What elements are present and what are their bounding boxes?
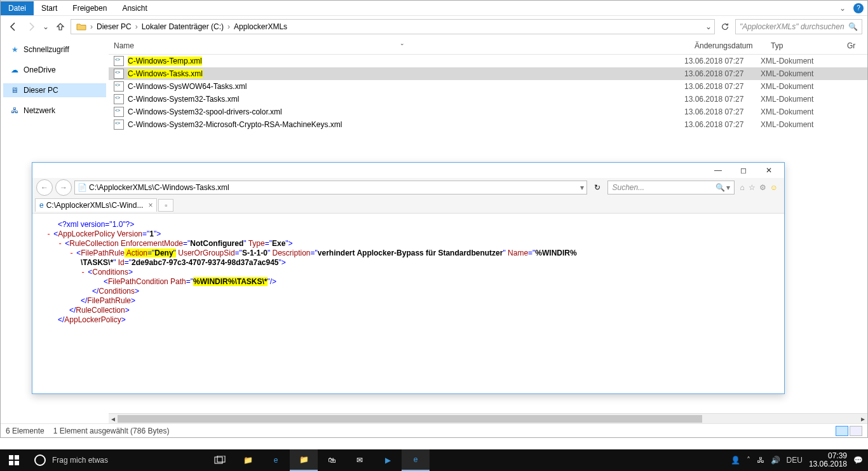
forward-button <box>24 19 39 34</box>
file-row[interactable]: C-Windows-System32-Tasks.xml13.06.2018 0… <box>109 93 867 106</box>
collapse-icon[interactable]: - <box>58 239 62 248</box>
view-icons-icon[interactable] <box>850 426 862 436</box>
breadcrumb[interactable]: Dieser PC <box>94 22 134 31</box>
tab-close-icon[interactable]: × <box>148 201 153 210</box>
ie-address-text: C:\ApplockerXMLs\C-Windows-Tasks.xml <box>89 183 229 192</box>
file-type: XML-Dokument <box>761 82 837 91</box>
tray-expand-icon[interactable]: ˄ <box>747 456 750 465</box>
tab-file[interactable]: Datei <box>1 1 34 15</box>
view-toggle[interactable] <box>836 426 862 436</box>
file-type: XML-Dokument <box>761 107 837 116</box>
people-icon[interactable]: 👤 <box>731 456 740 465</box>
volume-icon[interactable]: 🔊 <box>771 456 780 465</box>
collapse-icon[interactable]: - <box>69 249 74 257</box>
recent-dropdown[interactable]: ⌄ <box>41 19 50 34</box>
taskbar-app-explorer-open[interactable]: 📁 <box>290 449 318 471</box>
sidebar-label: OneDrive <box>24 65 56 74</box>
cortana-icon <box>34 454 46 466</box>
ie-back-button[interactable]: ← <box>36 179 53 196</box>
search-input[interactable]: "ApplockerXMLs" durchsuchen 🔍 <box>735 19 862 34</box>
status-bar: 6 Elemente 1 Element ausgewählt (786 Byt… <box>1 423 867 437</box>
file-name: C-Windows-System32-Tasks.xml <box>128 95 684 104</box>
sidebar-label: Netzwerk <box>24 106 55 115</box>
svg-rect-1 <box>15 455 19 460</box>
taskbar-search[interactable]: Frag mich etwas <box>28 449 206 471</box>
ie-tab[interactable]: e C:\ApplockerXMLs\C-Wind... × <box>35 198 157 212</box>
file-date: 13.06.2018 07:27 <box>684 69 761 78</box>
favorites-icon[interactable]: ☆ <box>749 183 756 192</box>
addr-dropdown-icon[interactable]: ▾ <box>580 183 584 192</box>
page-icon: 📄 <box>78 183 86 192</box>
taskbar-search-placeholder: Frag mich etwas <box>52 456 108 465</box>
taskbar-app-explorer[interactable]: 📁 <box>234 449 262 471</box>
collapse-icon[interactable]: - <box>81 268 85 276</box>
file-row[interactable]: C-Windows-System32-Microsoft-Crypto-RSA-… <box>109 118 867 131</box>
collapse-icon[interactable]: - <box>46 229 51 238</box>
back-button[interactable] <box>6 19 21 34</box>
sidebar-item-quickaccess[interactable]: ★ Schnellzugriff <box>3 43 106 57</box>
status-selection: 1 Element ausgewählt (786 Bytes) <box>53 427 170 435</box>
ie-newtab-button[interactable]: ▫ <box>158 199 173 212</box>
scroll-thumb[interactable] <box>118 415 702 423</box>
taskbar-clock[interactable]: 07:39 13.06.2018 <box>809 452 847 468</box>
refresh-button[interactable] <box>717 19 733 34</box>
tab-start[interactable]: Start <box>34 1 65 15</box>
taskbar-app-powershell[interactable]: ▶ <box>374 449 402 471</box>
up-button[interactable] <box>53 19 68 34</box>
horizontal-scrollbar[interactable]: ◂ ▸ <box>109 413 867 423</box>
file-type: XML-Dokument <box>761 69 837 78</box>
scroll-left-icon[interactable]: ◂ <box>109 414 118 424</box>
ie-search-placeholder: Suchen... <box>612 183 644 192</box>
start-button[interactable] <box>0 449 28 471</box>
address-bar[interactable]: › Dieser PC › Lokaler Datenträger (C:) ›… <box>71 19 715 34</box>
view-details-icon[interactable] <box>836 426 848 436</box>
xml-content: <?xml version="1.0"?> -<AppLockerPolicy … <box>32 214 784 393</box>
breadcrumb[interactable]: ApplockerXMLs <box>231 22 290 31</box>
file-row[interactable]: C-Windows-Tasks.xml13.06.2018 07:27XML-D… <box>109 67 867 80</box>
tab-view[interactable]: Ansicht <box>114 1 154 15</box>
addr-dropdown-icon[interactable]: ⌄ <box>705 22 712 31</box>
taskbar-app-store[interactable]: 🛍 <box>318 449 346 471</box>
taskbar-app-ie[interactable]: e <box>402 449 430 471</box>
nav-bar: ⌄ › Dieser PC › Lokaler Datenträger (C:)… <box>1 16 867 38</box>
close-button[interactable]: ✕ <box>756 163 782 177</box>
home-icon[interactable]: ⌂ <box>740 183 744 192</box>
taskview-button[interactable] <box>206 449 234 471</box>
ie-forward-button[interactable]: → <box>55 179 72 196</box>
maximize-button[interactable]: ◻ <box>731 163 756 177</box>
tools-icon[interactable]: ⚙ <box>759 183 766 192</box>
clock-date: 13.06.2018 <box>809 460 847 468</box>
tab-share[interactable]: Freigeben <box>65 1 114 15</box>
file-type: XML-Dokument <box>761 57 837 65</box>
sidebar-item-thispc[interactable]: 🖥 Dieser PC <box>3 83 106 97</box>
search-dropdown-icon[interactable]: ▾ <box>726 183 730 192</box>
powershell-icon: ▶ <box>385 456 391 465</box>
col-type[interactable]: Typ <box>766 38 842 54</box>
search-placeholder: "ApplockerXMLs" durchsuchen <box>740 22 844 31</box>
scroll-right-icon[interactable]: ▸ <box>858 414 867 424</box>
sidebar-item-onedrive[interactable]: ☁ OneDrive <box>3 63 106 77</box>
file-row[interactable]: C-Windows-System32-spool-drivers-color.x… <box>109 106 867 118</box>
col-size[interactable]: Gr <box>842 38 867 54</box>
smiley-icon[interactable]: ☺ <box>770 183 778 192</box>
language-indicator[interactable]: DEU <box>787 456 803 465</box>
sidebar-item-network[interactable]: 🖧 Netzwerk <box>3 104 106 118</box>
ie-logo-icon: e <box>39 201 44 210</box>
ie-window: — ◻ ✕ ← → 📄 C:\ApplockerXMLs\C-Windows-T… <box>32 162 785 394</box>
breadcrumb[interactable]: Lokaler Datenträger (C:) <box>139 22 226 31</box>
minimize-button[interactable]: — <box>705 163 731 177</box>
network-icon[interactable]: 🖧 <box>757 456 764 465</box>
ie-address-bar[interactable]: 📄 C:\ApplockerXMLs\C-Windows-Tasks.xml ▾ <box>74 181 587 195</box>
ie-refresh-button[interactable]: ↻ <box>590 183 605 192</box>
col-date[interactable]: Änderungsdatum <box>689 38 766 54</box>
help-icon[interactable]: ? <box>853 3 864 13</box>
file-row[interactable]: C-Windows-Temp.xml13.06.2018 07:27XML-Do… <box>109 55 867 67</box>
file-row[interactable]: C-Windows-SysWOW64-Tasks.xml13.06.2018 0… <box>109 80 867 93</box>
ie-search-input[interactable]: Suchen... 🔍 ▾ <box>607 181 735 195</box>
taskbar-app-mail[interactable]: ✉ <box>346 449 374 471</box>
action-center-icon[interactable]: 💬 <box>853 456 863 465</box>
file-date: 13.06.2018 07:27 <box>684 120 761 129</box>
taskbar-app-edge[interactable]: e <box>262 449 290 471</box>
ribbon-expand-icon[interactable]: ⌄ <box>836 4 850 13</box>
file-type: XML-Dokument <box>761 120 837 129</box>
